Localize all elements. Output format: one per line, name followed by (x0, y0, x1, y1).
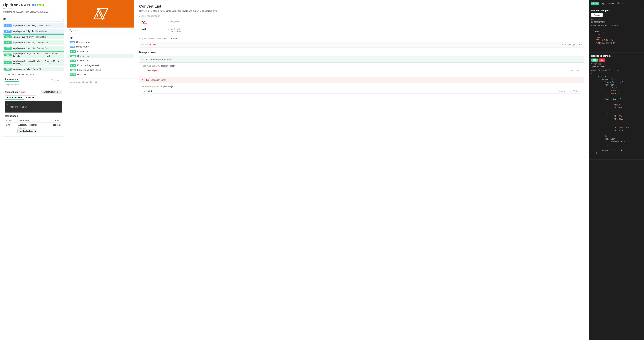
endpoint-desc: Equalize Single Level (45, 52, 63, 57)
endpoint-convert-list[interactable]: POST /api/convert/list/ Convert List (3, 40, 64, 45)
collapse-all-button[interactable]: Collapse all (609, 24, 618, 26)
nav-item-parse-name[interactable]: GET Parse Name (67, 44, 134, 49)
req-body-field-type: Array of strings (Data) (562, 43, 582, 46)
req-body-field-row: ► data required Array of strings (Data) (139, 42, 584, 47)
nav-item-convert-dict[interactable]: POST Convert Dict (67, 58, 134, 63)
tab-schema[interactable]: Schema (24, 95, 36, 100)
try-it-out-button[interactable]: Try it out (49, 78, 62, 82)
method-badge-post: POST (4, 47, 12, 50)
nav-item-parse-str[interactable]: POST Parse Str (67, 72, 134, 77)
required-badge: required (21, 91, 28, 93)
tab-example-value[interactable]: Example Value (5, 95, 24, 100)
resp-schema-label-422: RESPONSE SCHEMA: (142, 85, 160, 87)
nav-item-convert-list[interactable]: POST Convert List (67, 54, 134, 58)
request-body-row: Request body required application/json (5, 90, 62, 94)
endpoint-url-display: /api/convert/list/ (600, 2, 638, 5)
expand-arrow-icon[interactable]: ► (144, 90, 145, 92)
method-badge-post: POST (4, 35, 12, 38)
content-type-select[interactable]: application/json (41, 90, 62, 94)
resp-schema-label-200: RESPONSE SCHEMA: (142, 65, 160, 67)
content-type-label: Content type (591, 18, 642, 20)
param-type-level: string (Level) (168, 28, 180, 30)
endpoint-equalize-multiple[interactable]: POST /api/equalize/multiple-levels/ Equa… (3, 59, 64, 66)
responses-table: Code Description Links 200 Successful Re… (5, 119, 62, 134)
no-params-text: No parameters (5, 83, 19, 85)
expand-arrow-icon[interactable]: ► (144, 70, 145, 72)
app-title: LipidLynxX API 1.0 OAS3 (3, 3, 64, 7)
endpoint-path: /api/convert/lipid/ (13, 24, 36, 27)
response-item-422: ✗ 422 Validation Error RESPONSE SCHEMA: … (139, 77, 584, 96)
nav-item-equalize-multiple[interactable]: POST Equalize Multiple Levels (67, 68, 134, 72)
parameters-header: Parameters (5, 78, 19, 81)
nav-item-label: Equalize Single Level (77, 64, 99, 67)
response-samples-title: Response samples (591, 54, 642, 57)
chevron-down-icon: ⌄ (130, 36, 132, 39)
endpoint-desc: Convert Name (38, 24, 51, 27)
resp-desc: Successful Response Media type applicati… (16, 123, 48, 134)
method-badge-post: POST (4, 53, 12, 56)
col-description: Description (16, 119, 48, 123)
nav-item-convert-name[interactable]: GET Convert Name (67, 40, 134, 44)
endpoint-desc: Parse Name (36, 30, 47, 32)
nav-section-header[interactable]: api ⌄ (67, 35, 134, 40)
endpoint-equalize-single[interactable]: POST /api/equalize/single-level/ Equaliz… (3, 51, 64, 58)
redoc-link[interactable]: Documentation Powered by ReDoc (70, 81, 100, 83)
media-type-select[interactable]: application/json (18, 129, 37, 133)
table-row: 200 Successful Response Media type appli… (5, 123, 62, 134)
response-json-code: { - "data": { + "Source_1": { + "input":… (591, 72, 642, 157)
tabs-row: Example Value Schema (5, 95, 62, 100)
resp-field-required-data: required (152, 70, 159, 72)
req-body-field: ► data required Array of strings (Data) (139, 42, 584, 47)
response-samples-section: Response samples 200 422 Content type ap… (589, 52, 644, 160)
endpoint-parse-lipid[interactable]: GET /api/parse/lipid/ Parse Name (3, 29, 64, 34)
endpoint-desc: Parse Str (33, 68, 42, 70)
endpoint-convert-str[interactable]: POST /api/convert/str/ Convert Str (3, 34, 64, 39)
endpoint-desc: Convert List (37, 41, 48, 44)
copy-button[interactable]: Copy (591, 24, 596, 26)
chevron-down-icon[interactable]: ⌄ (640, 2, 642, 5)
nav-item-convert-str[interactable]: POST Convert Str (67, 49, 134, 54)
resp-content-type-value: application/json (591, 65, 642, 68)
endpoint-path: /api/convert/list/ (13, 41, 35, 44)
resp-tab-200[interactable]: 200 (591, 58, 598, 62)
resp-collapse-all-button[interactable]: Collapse all (609, 69, 618, 71)
x-icon: ✗ (142, 79, 144, 81)
parse-str-description: Parse one lipid name from data (5, 73, 62, 76)
response-header-422[interactable]: ✗ 422 Validation Error (139, 77, 584, 83)
chevron-down-icon[interactable]: ⌄ (62, 17, 64, 20)
nav-method-post: POST (70, 55, 76, 57)
content-title: Convert List (139, 4, 584, 8)
nav-item-equalize-single[interactable]: POST Equalize Single Level (67, 63, 134, 68)
expand-all-button[interactable]: Expand all (598, 24, 606, 26)
req-body-required-text: required (150, 43, 156, 45)
resp-expand-all-button[interactable]: Expand all (598, 69, 606, 71)
nav-item-label: Equalize Multiple Levels (77, 69, 101, 71)
logo-area: { } (67, 0, 134, 27)
endpoint-convert-dict[interactable]: POST /api/convert/dict/ Convert Dict (3, 46, 64, 51)
req-body-schema-row: REQUEST BODY SCHEMA: application/json (139, 37, 584, 40)
openapi-link[interactable]: openapi.json (3, 7, 64, 10)
app-description: This is the api (V1.0) used in LipidLynx… (3, 11, 64, 13)
search-input[interactable] (73, 29, 132, 32)
responses-title: Responses (5, 115, 62, 117)
resp-tab-422[interactable]: 422 (598, 58, 605, 62)
resp-copy-button[interactable]: Copy (591, 69, 596, 71)
main-content-panel: Convert List Convert a list of lipid nam… (134, 0, 589, 340)
payload-button[interactable]: Payload (591, 13, 603, 17)
response-header-200[interactable]: ✓ 200 Successful Response (139, 56, 584, 62)
response-body-200: RESPONSE SCHEMA: application/json ► data… (139, 62, 584, 75)
nav-item-label: Convert Str (77, 50, 89, 53)
parse-str-header[interactable]: POST /api/parse/str/ Parse Str (3, 67, 64, 71)
response-item-200: ✓ 200 Successful Response RESPONSE SCHEM… (139, 56, 584, 75)
nav-method-post: POST (70, 64, 76, 67)
post-badge-large: POST (591, 2, 599, 5)
endpoint-convert-lipid[interactable]: GET /api/convert/lipid/ Convert Name (3, 23, 64, 28)
param-type-style: string (Style) (168, 20, 180, 23)
param-name-style: style (141, 20, 146, 23)
app-logo: { } (90, 3, 111, 24)
parse-str-body: Parse one lipid name from data Parameter… (3, 71, 64, 136)
nav-method-get: GET (70, 46, 75, 48)
resp-field-type-detail: Array of objects (Detail) (558, 90, 580, 92)
expand-arrow-icon[interactable]: ► (142, 43, 143, 45)
endpoint-path: /api/parse/str/ (13, 68, 32, 70)
